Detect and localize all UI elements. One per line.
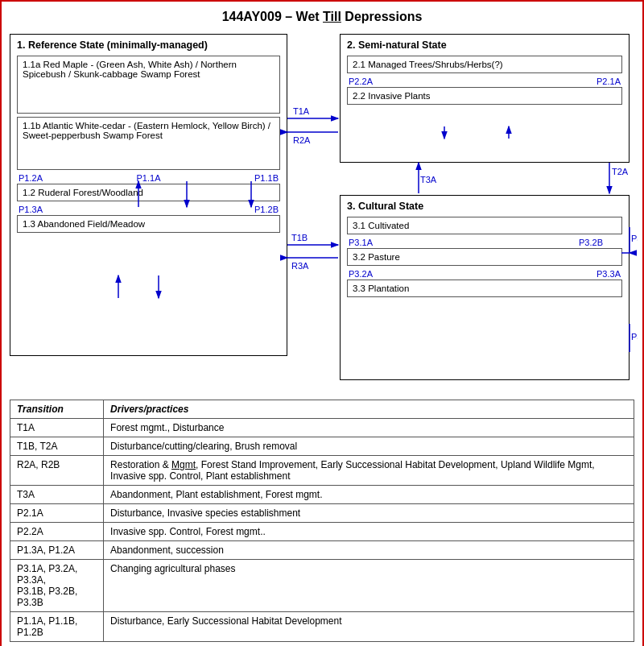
table-row: T1AForest mgmt., Disturbance bbox=[10, 419, 634, 437]
transition-cell: R2A, R2B bbox=[10, 456, 104, 486]
table-row: T1B, T2ADisturbance/cutting/clearing, Br… bbox=[10, 437, 634, 456]
transition-cell: P2.1A bbox=[10, 504, 104, 523]
t1a-arrow-text: T1A bbox=[293, 106, 310, 116]
arrow-p1-3a-label: P1.3A bbox=[19, 205, 43, 214]
transition-cell: P1.1A, P1.1B, P1.2B bbox=[10, 612, 104, 642]
arrow-p1-1a-label: P1.1A bbox=[137, 173, 161, 183]
community-1-2: 1.2 Ruderal Forest/Woodland bbox=[17, 184, 280, 201]
community-1-1a: 1.1a Red Maple - (Green Ash, White Ash) … bbox=[17, 56, 280, 114]
transition-cell: P1.3A, P1.2A bbox=[10, 541, 104, 560]
community-3-1: 3.1 Cultivated bbox=[347, 217, 622, 234]
arrow-p1-1b-label: P1.1B bbox=[254, 173, 279, 183]
transition-cell: P2.2A bbox=[10, 523, 104, 541]
table-row: P1.1A, P1.1B, P1.2BDisturbance, Early Su… bbox=[10, 612, 634, 642]
drivers-cell: Abandonment, Plant establishment, Forest… bbox=[104, 486, 634, 504]
transition-cell: T1B, T2A bbox=[10, 437, 104, 456]
arrow-p2-2a-label: P2.2A bbox=[349, 77, 373, 86]
semi-state-title: 2. Semi-natural State bbox=[347, 39, 622, 51]
community-3-2: 3.2 Pasture bbox=[347, 248, 622, 266]
arrow-p1-2a-label: P1.2A bbox=[19, 173, 43, 183]
r3a-arrow-text: R3A bbox=[291, 261, 309, 271]
community-2-2: 2.2 Invasive Plants bbox=[347, 87, 622, 105]
drivers-cell: Invasive spp. Control, Forest mgmt.. bbox=[104, 523, 634, 541]
p3-3b-label: P3.3B bbox=[631, 332, 638, 342]
community-2-1: 2.1 Managed Trees/Shrubs/Herbs(?) bbox=[347, 56, 622, 73]
arrow-p1-2b-label: P1.2B bbox=[254, 205, 279, 214]
transition-cell: T1A bbox=[10, 419, 104, 437]
arrow-p3-1a-label: P3.1A bbox=[349, 238, 373, 247]
reference-state-title: 1. Reference State (minimally-managed) bbox=[17, 39, 280, 51]
community-3-3: 3.3 Plantation bbox=[347, 280, 622, 297]
table-row: T3AAbandonment, Plant establishment, For… bbox=[10, 486, 634, 504]
community-1-3: 1.3 Abandoned Field/Meadow bbox=[17, 215, 280, 233]
transitions-table: TransitionDrivers/practicesT1AForest mgm… bbox=[10, 400, 634, 642]
transition-cell: T3A bbox=[10, 486, 104, 504]
cultural-state-box: 3. Cultural State 3.1 Cultivated P3.1A P… bbox=[340, 195, 630, 380]
drivers-cell: Restoration & Mgmt, Forest Stand Improve… bbox=[104, 456, 634, 486]
arrow-p3-2b-label: P3.2B bbox=[579, 238, 603, 247]
table-row: R2A, R2BRestoration & Mgmt, Forest Stand… bbox=[10, 456, 634, 486]
arrow-p2-1a-label: P2.1A bbox=[597, 77, 621, 86]
reference-state-box: 1. Reference State (minimally-managed) 1… bbox=[10, 34, 287, 356]
t1b-arrow-text: T1B bbox=[291, 233, 308, 242]
table-row: P2.1ADisturbance, Invasive species estab… bbox=[10, 504, 634, 523]
drivers-cell: Abandonment, succession bbox=[104, 541, 634, 560]
table-row: P3.1A, P3.2A, P3.3A, P3.1B, P3.2B, P3.3B… bbox=[10, 560, 634, 612]
state-diagram: 1. Reference State (minimally-managed) 1… bbox=[10, 34, 638, 388]
r2a-arrow-text: R2A bbox=[293, 135, 311, 145]
transition-cell: P3.1A, P3.2A, P3.3A, P3.1B, P3.2B, P3.3B bbox=[10, 560, 104, 612]
page-title: 144AY009 – Wet Till Depressions bbox=[10, 10, 634, 24]
drivers-cell: Changing agricultural phases bbox=[104, 560, 634, 612]
t3a-arrow-text: T3A bbox=[420, 175, 437, 184]
t2a-arrow-text: T2A bbox=[612, 167, 629, 176]
table-row: P1.3A, P1.2AAbandonment, succession bbox=[10, 541, 634, 560]
table-row: P2.2AInvasive spp. Control, Forest mgmt.… bbox=[10, 523, 634, 541]
p3-1b-label: P3.1B bbox=[631, 234, 638, 243]
community-1-1b: 1.1b Atlantic White-cedar - (Eastern Hem… bbox=[17, 117, 280, 170]
drivers-cell: Disturbance, Invasive species establishm… bbox=[104, 504, 634, 523]
drivers-cell: Forest mgmt., Disturbance bbox=[104, 419, 634, 437]
arrow-p3-3a-label: P3.3A bbox=[597, 269, 621, 279]
arrow-p3-2a-label: P3.2A bbox=[349, 269, 373, 279]
drivers-cell: Disturbance/cutting/clearing, Brush remo… bbox=[104, 437, 634, 456]
drivers-cell: Disturbance, Early Successional Habitat … bbox=[104, 612, 634, 642]
semi-natural-state-box: 2. Semi-natural State 2.1 Managed Trees/… bbox=[340, 34, 630, 163]
cultural-state-title: 3. Cultural State bbox=[347, 201, 622, 212]
